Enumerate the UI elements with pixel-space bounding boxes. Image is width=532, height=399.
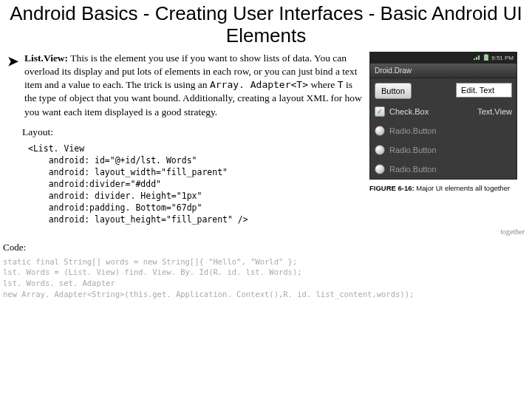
slide: Android Basics - Creating User Interface… [0,0,532,399]
radio-label-2: Radio.Button [389,146,437,154]
figure-label: FIGURE 6-16: [369,184,415,192]
status-time: 9:51 PM [491,55,514,61]
svg-rect-2 [478,55,480,60]
radio-row-3: Radio.Button [375,164,512,174]
android-checkbox[interactable]: ✓ [375,106,385,117]
figure-text: Major UI elements all together [415,184,510,192]
android-radio-1[interactable] [375,126,385,136]
svg-rect-4 [485,54,487,55]
android-edittext[interactable]: Edit. Text [456,83,512,98]
java-code: static final String[] words = new String… [0,256,532,300]
element-name: List.View: [24,52,68,64]
android-screenshot: 9:51 PM Droid.Draw Button Edit. Text ✓ C… [369,52,517,180]
radio-row-1: Radio.Button [375,126,512,136]
android-radio-2[interactable] [375,145,385,155]
desc-text-2: where [308,79,338,90]
figure-caption: FIGURE 6-16: Major UI elements all toget… [369,184,525,193]
inline-code-1: Array. Adapter<T> [210,79,308,90]
bullet-row: ➤ List.View: This is the element you use… [7,52,364,119]
right-column: 9:51 PM Droid.Draw Button Edit. Text ✓ C… [369,52,525,226]
slide-title: Android Basics - Creating User Interface… [0,0,532,52]
battery-icon [484,54,488,62]
radio-label-1: Radio.Button [389,126,437,135]
checkbox-label: Check.Box [389,107,429,116]
signal-icon [474,54,481,61]
svg-rect-3 [484,55,488,61]
content-row: ➤ List.View: This is the element you use… [0,52,532,226]
android-textview: Text.View [477,107,512,116]
listview-description: List.View: This is the element you use i… [24,52,364,119]
bullet-icon: ➤ [7,53,18,69]
xml-code: <List. View android: id="@+id/lst. Words… [28,143,364,226]
svg-rect-1 [476,57,477,60]
left-column: ➤ List.View: This is the element you use… [7,52,369,226]
radio-row-2: Radio.Button [375,145,512,155]
phone-body: Button Edit. Text ✓ Check.Box Text.View … [370,78,516,179]
android-radio-3[interactable] [375,164,385,174]
radio-label-3: Radio.Button [389,165,437,174]
svg-rect-0 [474,58,475,60]
android-button[interactable]: Button [375,83,412,99]
status-bar: 9:51 PM [370,52,516,64]
checkbox-row: ✓ Check.Box Text.View [375,106,512,117]
code-label: Code: [3,242,532,253]
inline-code-2: T [338,79,344,90]
text-fragment: together [0,228,525,236]
layout-label: Layout: [22,126,364,138]
app-bar: Droid.Draw [370,64,516,78]
